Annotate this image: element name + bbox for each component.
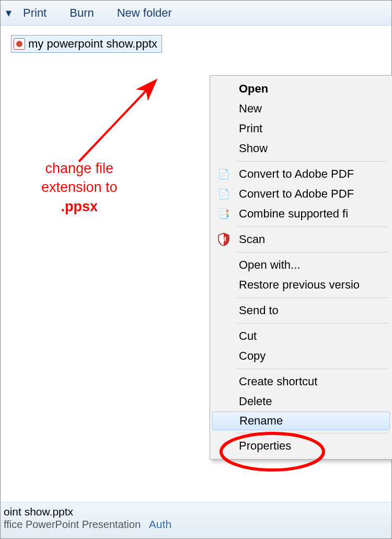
menu-send-to[interactable]: Send to (210, 301, 392, 320)
menu-separator (236, 323, 388, 324)
explorer-window: ▾ Print Burn New folder my powerpoint sh… (0, 0, 392, 539)
annotation-line1: change file (45, 160, 114, 176)
annotation-line2: extension to (41, 179, 118, 195)
menu-separator (236, 433, 388, 433)
toolbar: ▾ Print Burn New folder (1, 1, 391, 26)
menu-show[interactable]: Show (210, 139, 392, 158)
menu-separator (236, 252, 388, 253)
menu-convert-pdf-2[interactable]: 📄 Convert to Adobe PDF (210, 184, 392, 204)
menu-delete[interactable]: Delete (210, 392, 392, 411)
context-menu: Open New Print Show 📄 Convert to Adobe P… (210, 75, 392, 460)
pdf-icon: 📄 (216, 167, 231, 181)
toolbar-partial[interactable]: ▾ (6, 6, 11, 20)
menu-label: Combine supported fi (239, 207, 348, 221)
menu-label: Scan (239, 233, 265, 246)
details-pane: oint show.pptx ffice PowerPoint Presenta… (1, 502, 391, 538)
print-button[interactable]: Print (23, 6, 47, 20)
menu-scan[interactable]: M Scan (210, 230, 392, 249)
menu-properties[interactable]: Properties (210, 436, 392, 456)
menu-open[interactable]: Open (210, 79, 392, 99)
new-folder-button[interactable]: New folder (117, 6, 172, 20)
shield-icon: M (216, 232, 231, 247)
menu-rename[interactable]: Rename (212, 411, 390, 430)
annotation-text: change file extension to .ppsx (41, 159, 118, 216)
footer-filename: oint show.pptx (4, 506, 391, 518)
menu-label: Convert to Adobe PDF (239, 167, 354, 181)
menu-open-with[interactable]: Open with... (210, 255, 392, 275)
menu-copy[interactable]: Copy (210, 346, 392, 366)
powerpoint-icon (14, 38, 25, 50)
menu-separator (236, 161, 388, 162)
menu-combine[interactable]: 📑 Combine supported fi (210, 204, 392, 224)
footer-filetype: ffice PowerPoint Presentation (4, 519, 141, 530)
burn-button[interactable]: Burn (70, 6, 94, 20)
menu-convert-pdf-1[interactable]: 📄 Convert to Adobe PDF (210, 164, 392, 184)
menu-separator (236, 369, 388, 369)
menu-cut[interactable]: Cut (210, 326, 392, 346)
pdf-combine-icon: 📑 (216, 207, 231, 221)
menu-create-shortcut[interactable]: Create shortcut (210, 372, 392, 392)
menu-separator (236, 297, 388, 298)
file-item[interactable]: my powerpoint show.pptx (11, 35, 162, 53)
pdf-icon: 📄 (216, 187, 231, 201)
menu-label: Convert to Adobe PDF (239, 187, 354, 201)
footer-auth-label: Auth (149, 518, 171, 530)
menu-restore[interactable]: Restore previous versio (210, 275, 392, 295)
menu-separator (236, 226, 388, 227)
menu-new[interactable]: New (210, 99, 392, 119)
svg-line-0 (79, 82, 155, 162)
annotation-line3: .ppsx (61, 199, 98, 214)
file-pane[interactable]: my powerpoint show.pptx change file exte… (1, 26, 391, 488)
file-name-label: my powerpoint show.pptx (28, 37, 157, 51)
annotation-arrow (53, 75, 168, 169)
menu-print[interactable]: Print (210, 119, 392, 139)
svg-text:M: M (221, 236, 226, 243)
